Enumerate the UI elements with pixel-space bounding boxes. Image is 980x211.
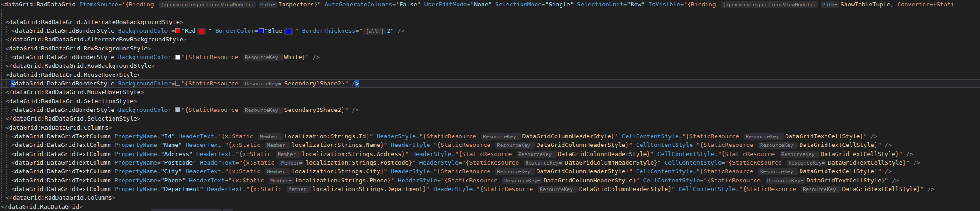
tag-name: dataGrid:DataGridBorderStyle <box>15 27 118 34</box>
inlay-hint[interactable]: ResourceKey= <box>758 142 798 149</box>
punctuation: /> <box>881 141 892 148</box>
punctuation: = <box>679 133 682 140</box>
inlay-hint[interactable]: Member= <box>265 168 290 175</box>
resource-reference: localization:Strings.Address <box>302 151 402 157</box>
punctuation: /> <box>888 177 899 184</box>
markup-extension: }" <box>611 133 622 140</box>
inlay-hint[interactable]: Path= <box>821 1 839 8</box>
tag-name: dataGrid:DataGridBorderStyle <box>15 106 118 113</box>
punctuation: = <box>157 177 161 184</box>
code-line[interactable]: <dataGrid:DataGridTextColumn PropertyNam… <box>0 185 980 193</box>
attribute-name: PropertyName <box>114 159 157 166</box>
inlay-hint[interactable]: ResourceKey= <box>787 160 826 166</box>
code-line[interactable]: <dataGrid:DataGridTextColumn PropertyNam… <box>0 132 980 141</box>
color-preview-blue-icon[interactable] <box>284 28 293 35</box>
color-swatch-red-icon[interactable] <box>175 28 180 33</box>
punctuation: > <box>180 19 184 25</box>
markup-extension: "{StaticResource <box>704 177 764 184</box>
code-line[interactable]: <dataGrid:DataGridTextColumn PropertyNam… <box>0 141 980 149</box>
code-line[interactable]: <dataGrid:RadDataGrid.RowBackgroundStyle… <box>0 44 980 53</box>
attribute-value: " <box>295 27 302 34</box>
color-preview-red-icon[interactable] <box>197 28 206 35</box>
inlay-hint[interactable]: ResourceKey= <box>766 177 805 184</box>
punctuation: < <box>11 54 15 60</box>
tag-name: dataGrid:DataGridTextColumn <box>15 186 114 192</box>
code-line[interactable]: <dataGrid:RadDataGrid.AlternateRowBackgr… <box>0 18 980 26</box>
code-line[interactable]: <dataGrid:DataGridBorderStyle Background… <box>0 26 980 35</box>
resource-reference: localization:Strings.Id <box>284 133 366 140</box>
inlay-hint[interactable]: ResourceKey= <box>517 151 556 158</box>
punctuation: < <box>1 1 5 8</box>
inlay-hint[interactable]: [all:] <box>364 28 386 35</box>
punctuation: = <box>693 141 696 148</box>
inlay-hint[interactable]: ResourceKey= <box>780 151 819 158</box>
resource-reference: Inspectors <box>279 1 314 8</box>
code-line[interactable]: </dataGrid:RadDataGrid> <box>0 202 980 211</box>
code-line[interactable]: </dataGrid:RadDataGrid.MouseHoverStyle> <box>0 88 980 96</box>
punctuation: > <box>137 71 141 78</box>
inlay-hint[interactable]: ResourceKey= <box>758 168 798 175</box>
code-line[interactable]: </dataGrid:RadDataGrid.AlternateRowBackg… <box>0 35 980 44</box>
inlay-hint[interactable]: ResourceKey= <box>495 142 535 149</box>
inlay-hint[interactable]: Member= <box>279 160 304 166</box>
code-line[interactable]: <dataGrid:DataGridBorderStyle Background… <box>0 53 980 61</box>
code-editor[interactable]: <dataGrid:RadDataGrid ItemsSource="{Bind… <box>0 0 980 211</box>
inlay-hint[interactable]: Member= <box>265 142 290 149</box>
inlay-hint[interactable]: Member= <box>287 186 311 193</box>
tag-name: dataGrid:RadDataGrid.RowBackgroundStyle <box>9 45 148 52</box>
attribute-value: "Red <box>181 27 195 34</box>
code-line[interactable]: <dataGrid:RadDataGrid.Columns> <box>0 123 980 132</box>
code-line[interactable]: </dataGrid:RadDataGrid.SelectionStyle> <box>0 114 980 123</box>
tag-name: dataGrid:RadDataGrid.Columns <box>9 124 109 131</box>
code-line[interactable]: <dataGrid:DataGridBorderStyle Background… <box>0 106 980 114</box>
inlay-hint[interactable]: ResourceKey= <box>243 107 283 114</box>
inlay-hint[interactable]: ResourceKey= <box>481 133 521 140</box>
tag-name: dataGrid:DataGridTextColumn <box>15 141 114 148</box>
markup-extension: "{StaticResource <box>441 177 501 184</box>
punctuation: </ <box>5 194 13 201</box>
color-swatch-white-icon[interactable] <box>175 55 180 60</box>
attribute-name: HeaderText <box>186 141 221 148</box>
color-swatch-light-icon[interactable] <box>175 107 180 112</box>
punctuation: </ <box>5 89 13 95</box>
code-line[interactable]: <dataGrid:DataGridTextColumn PropertyNam… <box>0 158 980 167</box>
code-line[interactable]: </dataGrid:RadDataGrid.RowBackgroundStyl… <box>0 61 980 70</box>
color-swatch-dark-icon[interactable] <box>175 81 180 86</box>
inlay-hint[interactable]: Member= <box>258 133 283 140</box>
code-line[interactable]: <dataGrid:RadDataGrid.MouseHoverStyle> <box>0 70 980 79</box>
code-line-current[interactable]: <dataGrid:DataGridBorderStyle Background… <box>0 79 980 88</box>
inlay-hint[interactable]: ResourceKey= <box>744 133 784 140</box>
resource-reference: DataGridTextCellStyle <box>828 159 902 166</box>
punctuation: /> <box>348 106 358 113</box>
color-swatch-blue-icon[interactable] <box>259 28 264 33</box>
inlay-hint[interactable]: Member= <box>269 177 294 184</box>
inlay-hint[interactable]: ResourceKey= <box>524 160 563 166</box>
punctuation: = <box>430 168 433 175</box>
markup-extension: }" <box>917 186 924 192</box>
code-line[interactable]: <dataGrid:RadDataGrid ItemsSource="{Bind… <box>0 0 980 9</box>
markup-extension: "{StaticResource <box>682 133 743 140</box>
markup-extension: }" <box>632 177 643 184</box>
code-line[interactable] <box>0 9 980 17</box>
code-line[interactable]: <dataGrid:DataGridTextColumn PropertyNam… <box>0 167 980 176</box>
attribute-name: SelectionMode <box>495 1 542 8</box>
code-line[interactable]: <dataGrid:DataGridTextColumn PropertyNam… <box>0 150 980 158</box>
inlay-hint[interactable]: Path= <box>259 1 277 8</box>
code-line[interactable]: </dataGrid:RadDataGrid.Columns> <box>0 193 980 202</box>
inlay-hint[interactable]: ResourceKey= <box>495 168 535 175</box>
indent-guide <box>6 106 7 114</box>
markup-extension: }" <box>408 159 419 166</box>
inlay-hint[interactable]: ResourceKey= <box>243 80 283 87</box>
inlay-hint[interactable]: (UpcomingInspectionsViewModel). <box>721 1 817 8</box>
code-line[interactable]: <dataGrid:RadDataGrid.SelectionStyle> <box>0 97 980 106</box>
inlay-hint[interactable]: Member= <box>276 151 300 158</box>
inlay-hint[interactable]: (UpcomingInspectionsViewModel). <box>159 1 255 8</box>
inlay-hint[interactable]: ResourceKey= <box>801 186 841 193</box>
punctuation: /> <box>902 151 913 157</box>
punctuation: = <box>721 159 725 166</box>
code-line[interactable]: <dataGrid:DataGridTextColumn PropertyNam… <box>0 176 980 185</box>
inlay-hint[interactable]: ResourceKey= <box>538 186 577 193</box>
inlay-hint[interactable]: ResourceKey= <box>243 54 283 61</box>
resource-reference: Secondary1Shade2 <box>284 80 341 87</box>
inlay-hint[interactable]: ResourceKey= <box>502 177 542 184</box>
